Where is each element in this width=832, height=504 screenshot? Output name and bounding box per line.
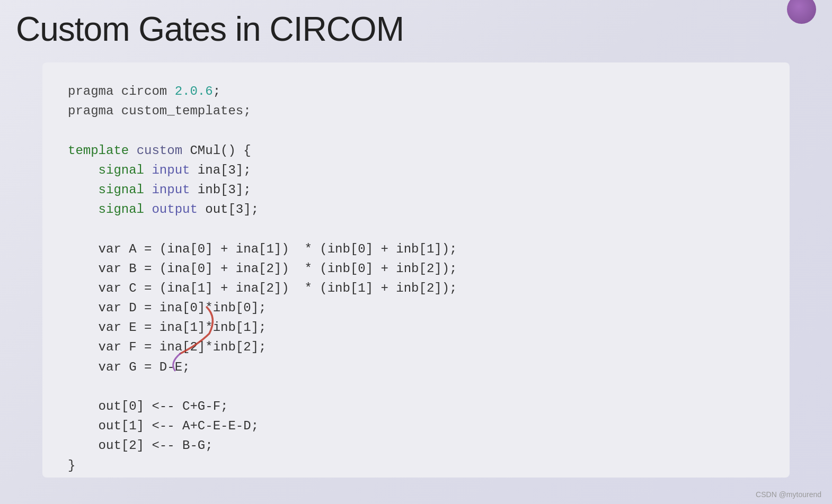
watermark: CSDN @mytourend — [756, 490, 821, 499]
code-line-varC: var C = (ina[1] + ina[2]) * (inb[1] + in… — [68, 278, 764, 298]
decoration-circle — [787, 0, 816, 24]
code-line-varG: var G = D-E; — [68, 357, 764, 377]
code-line-pragma2: pragma custom_templates; — [68, 101, 764, 121]
page-title: Custom Gates in CIRCOM — [16, 10, 404, 49]
code-line-out1: out[1] <-- A+C-E-E-D; — [68, 416, 764, 436]
code-line-blank2 — [68, 219, 764, 239]
code-line-close: } — [68, 456, 764, 475]
code-line-pragma1: pragma circom 2.0.6; — [68, 82, 764, 101]
code-line-sig2: signal input inb[3]; — [68, 180, 764, 200]
code-line-varF: var F = ina[2]*inb[2]; — [68, 337, 764, 357]
code-line-blank1 — [68, 121, 764, 140]
code-line-blank3 — [68, 377, 764, 397]
code-line-varE: var E = ina[1]*inb[1]; — [68, 318, 764, 337]
code-line-template: template custom CMul() { — [68, 141, 764, 160]
code-line-sig3: signal output out[3]; — [68, 200, 764, 219]
code-block: pragma circom 2.0.6; pragma custom_templ… — [42, 62, 790, 478]
code-line-varA: var A = (ina[0] + ina[1]) * (inb[0] + in… — [68, 239, 764, 259]
code-line-sig1: signal input ina[3]; — [68, 160, 764, 180]
code-line-out2: out[2] <-- B-G; — [68, 436, 764, 455]
code-line-varD: var D = ina[0]*inb[0]; — [68, 298, 764, 318]
code-line-varB: var B = (ina[0] + ina[2]) * (inb[0] + in… — [68, 259, 764, 278]
code-line-out0: out[0] <-- C+G-F; — [68, 397, 764, 416]
